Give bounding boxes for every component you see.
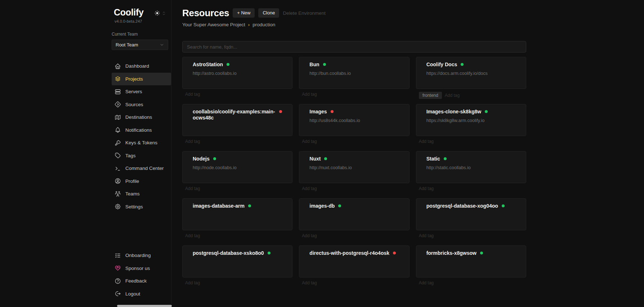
resource-card[interactable]: Bunhttp://bun.coollabs.io (299, 57, 409, 89)
sidebar-item-projects[interactable]: Projects (112, 73, 171, 86)
resource-name: images-database-arm (193, 203, 245, 209)
status-dot (461, 63, 464, 66)
sidebar-item-command-center[interactable]: Command Center (112, 162, 171, 175)
add-tag-button[interactable]: Add tag (419, 186, 434, 191)
sidebar-item-dashboard[interactable]: Dashboard (112, 60, 171, 73)
resource-name: Images-clone-sk8kg8w (426, 109, 482, 115)
sidebar-item-settings[interactable]: Settings (112, 200, 171, 213)
add-tag-button[interactable]: Add tag (185, 233, 200, 238)
add-tag-button[interactable]: Add tag (185, 186, 200, 191)
sidebar-item-logout[interactable]: Logout (112, 288, 171, 301)
sidebar-item-label: Sources (125, 102, 143, 107)
resource-url: http://astro.coollabs.io (193, 71, 282, 76)
heart-handshake-icon (115, 265, 121, 271)
add-tag-button[interactable]: Add tag (419, 139, 434, 144)
sidebar-item-feedback[interactable]: Feedback (112, 275, 171, 288)
sidebar-item-teams[interactable]: Teams (112, 188, 171, 200)
resource-card[interactable]: coollabsio/coolify-examples:main-ocws48c (182, 104, 292, 136)
add-tag-button[interactable]: Add tag (302, 186, 317, 191)
status-dot (502, 204, 505, 207)
sidebar-item-onboarding[interactable]: Onboarding (112, 249, 171, 262)
sidebar-item-label: Logout (125, 291, 140, 297)
sidebar-item-label: Dashboard (125, 63, 149, 69)
resource-card[interactable]: Nuxthttp://nuxt.coollabs.io (299, 151, 409, 183)
sidebar-item-label: Sponsor us (125, 266, 150, 271)
resource-cell: Statichttp://static.coollabs.ioAdd tag (416, 151, 526, 198)
sidebar-item-destinations[interactable]: Destinations (112, 111, 171, 124)
sidebar-item-label: Onboarding (125, 253, 151, 258)
resource-card[interactable]: formbricks-x8gwsow (416, 245, 526, 277)
add-tag-button[interactable]: Add tag (185, 280, 200, 285)
resource-cell: images-database-armAdd tag (182, 198, 292, 245)
sidebar-item-keys-tokens[interactable]: Keys & Tokens (112, 136, 171, 149)
sidebar-nav: Dashboard Projects Servers Sources Desti… (112, 60, 171, 213)
users-icon (115, 191, 121, 197)
breadcrumb-project-link[interactable]: Your Super Awesome Project (182, 22, 245, 27)
sidebar-item-sources[interactable]: Sources (112, 98, 171, 111)
add-tag-button[interactable]: Add tag (419, 280, 434, 285)
status-dot (331, 110, 334, 113)
tag-row: Add tag (299, 92, 409, 97)
git-icon (115, 101, 121, 108)
sidebar: Coolify v4.0.0-beta.247 Current Team Roo… (0, 0, 171, 307)
resource-card[interactable]: images-database-arm (182, 198, 292, 230)
add-tag-button[interactable]: Add tag (302, 139, 317, 144)
resource-card[interactable]: Statichttp://static.coollabs.io (416, 151, 526, 183)
theme-toggle-sun-icon[interactable] (154, 10, 161, 17)
breadcrumb: Your Super Awesome Project › production (182, 22, 644, 28)
sidebar-item-tags[interactable]: Tags (112, 149, 171, 162)
sidebar-item-servers[interactable]: Servers (112, 85, 171, 98)
app-root: Coolify v4.0.0-beta.247 Current Team Roo… (0, 0, 644, 307)
add-tag-button[interactable]: Add tag (302, 280, 317, 285)
tag-row: Add tag (416, 186, 526, 191)
resource-card[interactable]: Imageshttp://us8s44k.coollabs.io (299, 104, 409, 136)
clone-button[interactable]: Clone (258, 8, 279, 18)
sidebar-nav-bottom: Onboarding Sponsor us Feedback Logout (112, 249, 171, 300)
resource-name: coollabsio/coolify-examples:main-ocws48c (193, 109, 276, 121)
resource-card[interactable]: postgresql-database-xsko8o0 (182, 245, 292, 277)
tag-row: Add tag (182, 139, 292, 144)
add-tag-button[interactable]: Add tag (185, 92, 200, 97)
add-tag-button[interactable]: Add tag (185, 139, 200, 144)
add-tag-button[interactable]: Add tag (445, 93, 460, 98)
resource-card[interactable]: Nodejshttp://node.coollabs.io (182, 151, 292, 183)
resource-grid: AstroStationhttp://astro.coollabs.ioAdd … (182, 57, 526, 293)
bell-icon (115, 127, 121, 133)
resource-card[interactable]: Coolify Docshttps://docs.arm.coolify.io/… (416, 57, 526, 89)
sidebar-item-label: Profile (125, 179, 139, 184)
resource-card[interactable]: images-db (299, 198, 409, 230)
add-tag-button[interactable]: Add tag (419, 233, 434, 238)
sidebar-item-label: Projects (125, 76, 143, 82)
main-content: Resources + New Clone Delete Environment… (171, 0, 644, 307)
add-tag-button[interactable]: Add tag (302, 233, 317, 238)
delete-environment-button[interactable]: Delete Environment (283, 10, 326, 16)
tag-chip[interactable]: frontend (419, 92, 442, 99)
resource-card[interactable]: directus-with-postgresql-r4o4osk (299, 245, 409, 277)
sidebar-item-profile[interactable]: Profile (112, 175, 171, 188)
sidebar-item-notifications[interactable]: Notifications (112, 124, 171, 137)
resource-cell: postgresql-database-xsko8o0Add tag (182, 245, 292, 293)
add-tag-button[interactable]: Add tag (302, 92, 317, 97)
breadcrumb-environment-link[interactable]: production (252, 22, 275, 27)
resource-name: Nuxt (309, 156, 321, 162)
sidebar-item-sponsor-us[interactable]: Sponsor us (112, 262, 171, 275)
tag-row: Add tag (416, 233, 526, 238)
resource-card[interactable]: Images-clone-sk8kg8whttps://sk8kg8w.arm.… (416, 104, 526, 136)
resource-name: Nodejs (193, 156, 210, 162)
resource-cell: directus-with-postgresql-r4o4oskAdd tag (299, 245, 409, 293)
resource-cell: AstroStationhttp://astro.coollabs.ioAdd … (182, 57, 292, 104)
resource-card[interactable]: AstroStationhttp://astro.coollabs.io (182, 57, 292, 89)
team-select[interactable]: Root Team (112, 40, 168, 50)
resource-name: directus-with-postgresql-r4o4osk (309, 250, 389, 256)
resource-name: Bun (309, 62, 319, 68)
resource-card[interactable]: postgresql-database-xog04oo (416, 198, 526, 230)
sidebar-item-label: Settings (125, 204, 143, 209)
resource-cell: Imageshttp://us8s44k.coollabs.ioAdd tag (299, 104, 409, 151)
search-input[interactable] (182, 41, 526, 53)
tag-row: Add tag (182, 186, 292, 191)
sidebar-scrollbar-thumb[interactable] (117, 305, 172, 307)
status-dot (279, 110, 282, 113)
resource-name: Coolify Docs (426, 62, 457, 68)
new-resource-button[interactable]: + New (233, 8, 255, 18)
chevrons-up-down-icon[interactable] (161, 11, 166, 16)
